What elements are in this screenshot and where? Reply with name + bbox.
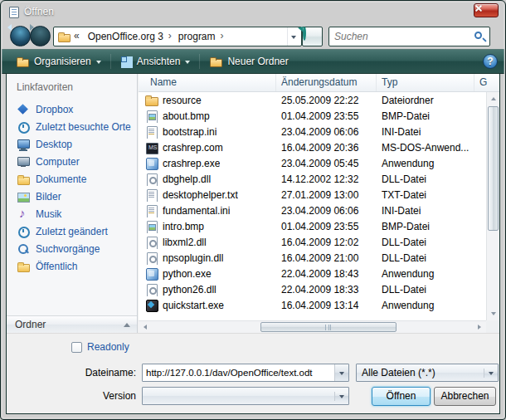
dll-icon	[145, 252, 158, 265]
views-button[interactable]: Ansichten	[113, 51, 198, 71]
readonly-label[interactable]: Readonly	[87, 341, 129, 353]
txt-icon	[145, 188, 158, 202]
scroll-down-button[interactable]	[487, 308, 499, 320]
dialog-content: Linkfavoriten Dropbox Zuletzt besuchte O…	[7, 74, 499, 413]
file-row[interactable]: quickstart.exe 16.04.2009 13:14 Anwendun…	[139, 297, 486, 313]
open-dialog-window: Öffnen « OpenOffice.org 3 › program ›	[0, 0, 506, 420]
sidebar-item[interactable]: Zuletzt geändert	[7, 222, 137, 240]
sidebar-item[interactable]: Computer	[7, 153, 137, 170]
breadcrumb-overflow-chevron[interactable]: «	[71, 30, 84, 43]
file-row[interactable]: crashrep.com 16.04.2009 20:36 MS-DOS-Anw…	[139, 139, 486, 155]
file-row[interactable]: npsoplugin.dll 16.04.2009 21:00 DLL-Date…	[139, 250, 486, 266]
new-folder-icon	[209, 56, 222, 67]
file-row[interactable]: desktophelper.txt 27.01.2009 13:00 TXT-D…	[139, 187, 486, 203]
file-row[interactable]: libxml2.dll 16.04.2009 12:02 DLL-Datei	[139, 234, 486, 250]
recent-places-icon	[17, 120, 30, 134]
search-button[interactable]	[470, 27, 489, 46]
app-icon	[145, 157, 158, 170]
file-row[interactable]: python26.dll 22.04.2009 18:33 DLL-Datei	[139, 281, 486, 297]
search-input[interactable]	[329, 31, 470, 42]
app-icon	[145, 267, 158, 281]
organize-button[interactable]: Organisieren	[8, 51, 109, 71]
dll-icon	[145, 283, 158, 296]
searches-icon	[17, 242, 30, 256]
file-row[interactable]: about.bmp 01.04.2009 23:55 BMP-Datei	[139, 108, 486, 124]
bmp-icon	[145, 220, 158, 233]
filename-input[interactable]	[143, 364, 334, 381]
sidebar-item[interactable]: Desktop	[7, 135, 137, 153]
dialog-icon	[9, 7, 19, 18]
forward-button[interactable]	[30, 26, 51, 46]
refresh-button[interactable]	[302, 27, 323, 46]
version-select[interactable]	[142, 387, 349, 405]
filename-dropdown-button[interactable]	[334, 364, 348, 381]
sidebar-item[interactable]: Suchvorgänge	[7, 240, 137, 257]
horizontal-scrollbar[interactable]	[139, 320, 486, 333]
column-header-name[interactable]: Name	[139, 74, 276, 91]
arrow-down-icon	[491, 312, 496, 318]
dropbox-icon	[17, 103, 30, 116]
file-row[interactable]: bootstrap.ini 23.04.2009 06:06 INI-Datei	[139, 124, 486, 139]
breadcrumb-item[interactable]: OpenOffice.org 3	[84, 31, 168, 42]
file-row[interactable]: fundamental.ini 23.04.2009 06:06 INI-Dat…	[139, 203, 486, 218]
column-header-type[interactable]: Typ	[377, 74, 474, 91]
new-folder-button[interactable]: Neuer Ordner	[202, 51, 295, 71]
chevron-down-icon	[489, 372, 494, 378]
back-button[interactable]	[10, 26, 31, 46]
sidebar: Linkfavoriten Dropbox Zuletzt besuchte O…	[7, 74, 138, 333]
sidebar-item[interactable]: Dropbox	[7, 100, 137, 118]
sidebar-item[interactable]: Zuletzt besuchte Orte	[7, 118, 137, 135]
arrow-right-icon	[478, 325, 484, 330]
filetype-select[interactable]: Alle Dateien (*.*)	[356, 364, 499, 382]
sidebar-favorites-list: Dropbox Zuletzt besuchte Orte Desktop Co…	[7, 100, 137, 275]
sidebar-item[interactable]: Öffentlich	[7, 257, 137, 275]
scrollbar-corner	[486, 320, 499, 333]
scroll-left-button[interactable]	[139, 321, 151, 333]
help-button[interactable]: ?	[483, 54, 498, 69]
chevron-right-icon[interactable]: ›	[220, 30, 226, 43]
breadcrumb: « OpenOffice.org 3 › program ›	[53, 27, 302, 46]
documents-icon	[17, 173, 30, 186]
folders-pane-toggle[interactable]: Ordner	[7, 315, 137, 333]
search-icon	[474, 32, 482, 39]
file-row[interactable]: intro.bmp 01.04.2009 23:55 BMP-Datei	[139, 218, 486, 234]
version-dropdown-button[interactable]	[334, 392, 348, 401]
sidebar-item[interactable]: Bilder	[7, 188, 137, 205]
recently-changed-icon	[17, 225, 30, 238]
file-row[interactable]: resource 25.05.2009 22:22 Dateiordner	[139, 92, 486, 108]
column-header-date[interactable]: Änderungsdatum	[276, 74, 377, 91]
filename-combobox	[142, 364, 349, 382]
chevron-down-icon	[339, 372, 344, 378]
chevron-right-icon[interactable]: ›	[168, 30, 174, 43]
close-button[interactable]	[474, 3, 499, 17]
column-header-size[interactable]: G	[474, 74, 499, 91]
vertical-scrollbar[interactable]	[486, 92, 499, 320]
open-button[interactable]: Öffnen	[372, 387, 431, 406]
file-list-header: Name Änderungsdatum Typ G	[139, 74, 499, 92]
ini-icon	[145, 204, 158, 217]
cancel-button[interactable]: Abbrechen	[434, 387, 496, 406]
readonly-checkbox[interactable]	[71, 342, 82, 353]
horizontal-scroll-thumb[interactable]	[260, 322, 396, 332]
file-row[interactable]: python.exe 22.04.2009 18:43 Anwendung	[139, 266, 486, 281]
sidebar-item[interactable]: Musik	[7, 205, 137, 222]
file-row[interactable]: dbghelp.dll 14.12.2002 12:32 DLL-Datei	[139, 171, 486, 187]
views-icon	[120, 56, 132, 67]
search-box	[328, 27, 490, 46]
breadcrumb-item[interactable]: program	[174, 31, 220, 42]
scroll-up-button[interactable]	[487, 92, 499, 105]
file-list: Name Änderungsdatum Typ G resource 25.05…	[139, 74, 499, 333]
filetype-value: Alle Dateien (*.*)	[357, 367, 484, 378]
chevron-down-icon	[339, 395, 344, 401]
file-row[interactable]: crashrep.exe 23.04.2009 05:45 Anwendung	[139, 155, 486, 171]
filetype-dropdown-button[interactable]	[484, 369, 498, 378]
scroll-right-button[interactable]	[474, 321, 486, 333]
chevron-up-icon	[124, 320, 130, 327]
vertical-scroll-thumb[interactable]	[488, 106, 499, 231]
sidebar-item[interactable]: Dokumente	[7, 170, 137, 188]
breadcrumb-history-dropdown[interactable]	[287, 27, 299, 46]
ini-icon	[145, 125, 158, 139]
titlebar: Öffnen	[1, 1, 505, 24]
chevron-down-icon	[185, 61, 190, 66]
readonly-checkbox-row: Readonly	[71, 341, 129, 353]
